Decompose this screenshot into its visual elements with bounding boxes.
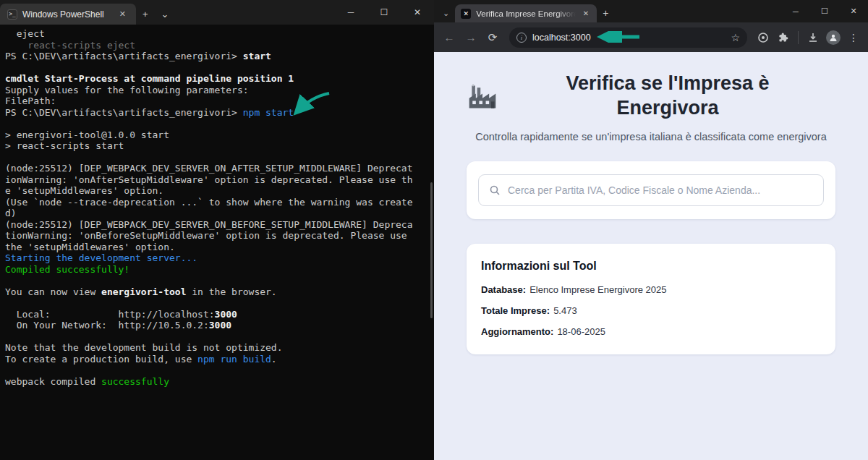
reload-icon[interactable]: ⟳ — [483, 28, 502, 47]
info-row: Aggiornamento:18-06-2025 — [481, 326, 821, 337]
page-content: Verifica se l'Impresa è Energivora Contr… — [434, 52, 868, 460]
terminal-line: Supply values for the following paramete… — [5, 85, 434, 96]
tab-favicon: ✕ — [461, 9, 471, 19]
tab-close-icon[interactable]: ✕ — [116, 8, 129, 20]
terminal-line: PS C:\DEV\artifacts\artifacts_energivori… — [5, 51, 434, 62]
url-text[interactable]: localhost:3000 — [532, 33, 725, 43]
browser-tabstrip: ⌄ ✕ Verifica Imprese Energivore 2025 ✕ +… — [434, 0, 868, 22]
terminal-window: >_ Windows PowerShell ✕ + ⌄ ─ ☐ ✕ eject … — [0, 0, 434, 460]
factory-icon — [467, 82, 500, 114]
avatar — [826, 30, 841, 45]
terminal-line: webpack compiled successfully — [5, 376, 434, 388]
info-rows: Database:Elenco Imprese Energivore 2025T… — [481, 284, 821, 337]
minimize-button[interactable]: ─ — [781, 0, 810, 22]
bookmark-star-icon[interactable]: ☆ — [731, 32, 740, 43]
menu-kebab-icon[interactable]: ⋮ — [845, 29, 862, 46]
browser-tab-active[interactable]: ✕ Verifica Imprese Energivore 2025 ✕ — [455, 4, 597, 22]
close-button[interactable]: ✕ — [401, 0, 434, 25]
terminal-line — [5, 118, 434, 129]
extensions-puzzle-icon[interactable] — [775, 29, 792, 46]
search-input[interactable] — [508, 184, 813, 196]
page-header: Verifica se l'Impresa è Energivora — [467, 71, 835, 120]
terminal-line: On Your Network: http://10.5.0.2:3000 — [5, 320, 434, 331]
browser-window: ⌄ ✕ Verifica Imprese Energivore 2025 ✕ +… — [434, 0, 868, 460]
browser-extension-icon[interactable] — [754, 29, 772, 46]
terminal-line — [5, 331, 434, 343]
terminal-line — [5, 62, 434, 74]
tab-search-chevron-icon[interactable]: ⌄ — [434, 9, 455, 22]
terminal-line: > energivori-tool@1.0.0 start — [5, 129, 434, 141]
browser-tab-title: Verifica Imprese Energivore 2025 — [476, 9, 576, 18]
terminal-line: PS C:\DEV\artifacts\artifacts_energivori… — [5, 107, 434, 119]
terminal-line — [5, 275, 434, 286]
address-bar[interactable]: i localhost:3000 ☆ — [509, 27, 747, 48]
terminal-line: e 'setupMiddlewares' option. — [5, 185, 434, 197]
terminal-line: Note that the development build is not o… — [5, 342, 434, 354]
terminal-line: Local: http://localhost:3000 — [5, 309, 434, 320]
maximize-button[interactable]: ☐ — [810, 0, 839, 22]
maximize-button[interactable]: ☐ — [367, 0, 401, 25]
terminal-line — [5, 365, 434, 376]
terminal-line: (Use `node --trace-deprecation ...` to s… — [5, 197, 434, 208]
terminal-scrollbar[interactable] — [430, 182, 433, 318]
terminal-tab-title: Windows PowerShell — [22, 9, 111, 20]
download-icon[interactable] — [804, 29, 822, 46]
terminal-line: react-scripts eject — [5, 40, 434, 51]
tab-close-icon[interactable]: ✕ — [581, 9, 591, 18]
back-icon[interactable]: ← — [440, 28, 459, 47]
info-row: Totale Imprese:5.473 — [481, 305, 821, 316]
forward-icon[interactable]: → — [461, 28, 480, 47]
terminal-line: eject — [5, 28, 434, 40]
terminal-titlebar: >_ Windows PowerShell ✕ + ⌄ ─ ☐ ✕ — [0, 0, 434, 25]
search-card — [467, 161, 835, 219]
chevron-down-icon[interactable]: ⌄ — [155, 4, 176, 25]
terminal-line — [5, 152, 434, 163]
terminal-line: Starting the development server... — [5, 252, 434, 264]
terminal-line: ionWarning: 'onAfterSetupMiddleware' opt… — [5, 174, 434, 186]
info-card-title: Informazioni sul Tool — [481, 260, 821, 273]
terminal-line: (node:25512) [DEP_WEBPACK_DEV_SERVER_ON_… — [5, 219, 434, 231]
terminal-tab-powershell[interactable]: >_ Windows PowerShell ✕ — [0, 4, 136, 25]
terminal-line: cmdlet Start-Process at command pipeline… — [5, 73, 434, 85]
terminal-line: You can now view energivori-tool in the … — [5, 286, 434, 298]
browser-window-controls: ─ ☐ ✕ — [781, 0, 868, 22]
terminal-line: d) — [5, 208, 434, 219]
close-button[interactable]: ✕ — [839, 0, 868, 22]
page-subtitle: Controlla rapidamente se un'impresa ital… — [467, 131, 835, 142]
toolbar-divider — [798, 31, 799, 44]
terminal-line: the 'setupMiddlewares' option. — [5, 242, 434, 253]
info-row: Database:Elenco Imprese Energivore 2025 — [481, 284, 821, 295]
terminal-line: To create a production build, use npm ru… — [5, 354, 434, 365]
terminal-output[interactable]: eject react-scripts ejectPS C:\DEV\artif… — [0, 25, 434, 387]
terminal-line — [5, 297, 434, 309]
search-box[interactable] — [478, 174, 824, 206]
page-title: Verifica se l'Impresa è Energivora — [534, 71, 801, 120]
new-tab-button[interactable]: + — [597, 7, 616, 22]
terminal-window-controls: ─ ☐ ✕ — [334, 0, 434, 25]
terminal-line: FilePath: — [5, 95, 434, 107]
minimize-button[interactable]: ─ — [334, 0, 367, 25]
new-tab-button[interactable]: + — [136, 4, 155, 25]
terminal-line: (node:25512) [DEP_WEBPACK_DEV_SERVER_ON_… — [5, 163, 434, 174]
powershell-icon: >_ — [7, 9, 17, 20]
terminal-line: tionWarning: 'onBeforeSetupMiddleware' o… — [5, 230, 434, 242]
info-card: Informazioni sul Tool Database:Elenco Im… — [467, 244, 835, 354]
search-icon — [489, 184, 501, 196]
terminal-line: > react-scripts start — [5, 140, 434, 152]
browser-toolbar: ← → ⟳ i localhost:3000 ☆ ⋮ — [434, 22, 868, 52]
site-info-icon[interactable]: i — [516, 33, 527, 43]
terminal-line: Compiled successfully! — [5, 264, 434, 276]
profile-icon[interactable] — [825, 29, 842, 46]
